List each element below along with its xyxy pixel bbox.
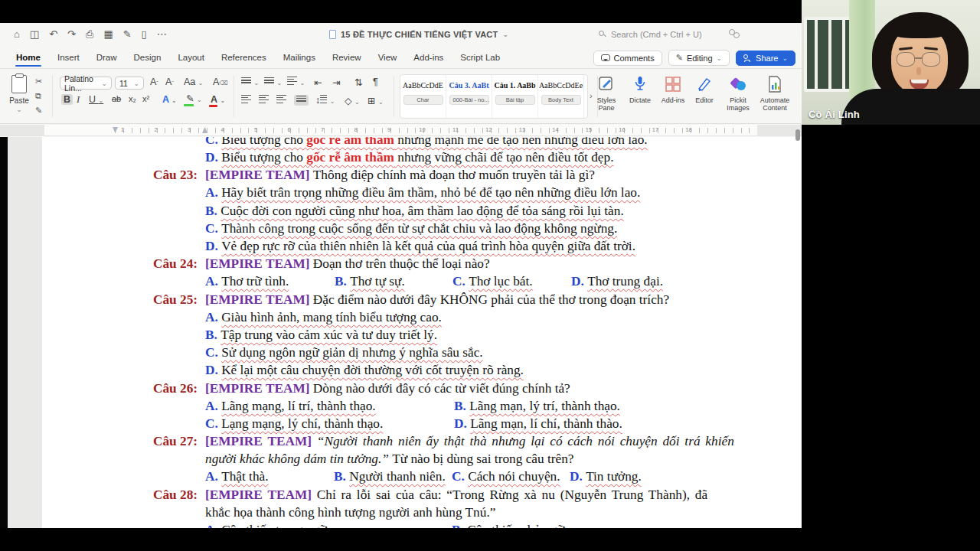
- ruler-number: 12: [485, 126, 492, 133]
- editing-mode-button[interactable]: ✎ Editing ⌄: [668, 50, 730, 66]
- document-title[interactable]: 15 ĐỀ THỰC CHIẾN TIẾNG VIỆT VACT ⌄: [329, 30, 508, 39]
- style-card[interactable]: Câu 3. AaBt000-Bài - no...: [446, 75, 492, 118]
- search-input[interactable]: Search (Cmd + Ctrl + U): [599, 30, 702, 39]
- chevron-down-icon: ⌄: [133, 80, 139, 87]
- font-name-select[interactable]: Palatino Lin... ⌄: [60, 77, 112, 90]
- redo-icon[interactable]: ↷: [67, 28, 76, 41]
- underline-button[interactable]: U ⌄: [89, 94, 103, 105]
- document-line: Câu 25:[EMPIRE TEAM] Đặc điểm nào dưới đ…: [42, 292, 802, 310]
- vertical-scrollbar-thumb[interactable]: [795, 129, 800, 141]
- text-segment: D.: [570, 469, 586, 484]
- tab-home[interactable]: Home: [8, 47, 49, 68]
- glasses-lens: [897, 52, 915, 67]
- clipboard-icon: [11, 75, 27, 93]
- bold-button[interactable]: B: [61, 94, 73, 105]
- text-segment: [EMPIRE TEAM]: [205, 381, 313, 396]
- tab-design[interactable]: Design: [126, 47, 170, 68]
- tab-layout[interactable]: Layout: [169, 47, 213, 68]
- decrease-indent-button[interactable]: ⇤: [314, 77, 322, 88]
- text-cell: Câu 25:: [153, 292, 198, 308]
- home-icon[interactable]: ⌂: [14, 28, 20, 41]
- text-cell: Câu 23:: [153, 168, 198, 183]
- text-segment: Giàu hình ảnh, mang tính biểu tượng cao.: [221, 310, 442, 324]
- text-cell: B. Thơ tự sự.: [335, 274, 405, 289]
- text-cell: C. Sử dụng ngôn ngữ giản dị nhưng ý nghĩ…: [205, 345, 483, 360]
- ruler-number: 15: [586, 126, 592, 133]
- show-paragraph-marks-button[interactable]: ¶: [373, 77, 378, 87]
- text-segment: Biểu tượng cho: [221, 137, 306, 147]
- editor-button[interactable]: Editor: [686, 74, 723, 104]
- styles-pane-button[interactable]: Styles Pane: [588, 74, 625, 112]
- align-right-button[interactable]: [276, 95, 286, 106]
- tab-script-lab[interactable]: Script Lab: [452, 47, 508, 68]
- subscript-button[interactable]: x₂: [129, 94, 136, 103]
- ruler[interactable]: 123456789101112131415161718: [0, 125, 802, 136]
- grow-font-button[interactable]: Aˆ: [150, 77, 158, 87]
- clear-formatting-button[interactable]: A⌫: [213, 77, 228, 87]
- pickit-images-button[interactable]: Pickit Images: [720, 74, 756, 112]
- print-icon[interactable]: ⎙: [86, 28, 93, 41]
- bullets-button[interactable]: ⌄: [241, 77, 259, 87]
- align-center-button[interactable]: [259, 95, 269, 106]
- document-line: A. Lãng mạng, lí trí, thành thạo.B. Lãng…: [42, 399, 802, 416]
- style-card[interactable]: AaBbCcDdEChar: [400, 75, 446, 118]
- save-icon[interactable]: ◫: [30, 28, 39, 41]
- share-icon: [743, 54, 752, 62]
- style-card[interactable]: Câu 1. AaBbBài tập: [492, 75, 538, 118]
- label: Automate Content: [760, 96, 790, 112]
- text-segment: Dòng nào dưới đây có các từ viết đúng ch…: [313, 381, 570, 396]
- automate-content-button[interactable]: Automate Content: [756, 74, 793, 112]
- change-case-button[interactable]: Aa ⌄: [184, 77, 203, 87]
- table-tools-icon[interactable]: ▦: [103, 28, 113, 41]
- numbering-button[interactable]: ⌄: [264, 77, 282, 87]
- format-painter-icon[interactable]: ✎: [123, 28, 132, 41]
- borders-button[interactable]: ⊞ ⌄: [368, 95, 384, 106]
- tab-draw[interactable]: Draw: [88, 47, 126, 68]
- tab-add-ins[interactable]: Add-ins: [405, 47, 452, 68]
- text-cell: C. Biểu tượng cho gốc rễ âm thầm nhưng m…: [205, 137, 648, 148]
- sort-button[interactable]: ⇅: [354, 77, 362, 88]
- format-painter-button[interactable]: ✎: [35, 106, 42, 116]
- font-color-button[interactable]: A ⌄: [211, 94, 225, 105]
- tab-insert[interactable]: Insert: [49, 47, 88, 68]
- text-segment: Câu thiếu trạng ngữ.: [221, 523, 330, 528]
- new-document-icon[interactable]: ▯: [142, 28, 147, 41]
- presence-icon[interactable]: [729, 29, 741, 40]
- line-spacing-button[interactable]: ↕ ⌄: [315, 95, 335, 106]
- strikethrough-button[interactable]: ab: [112, 94, 121, 103]
- shading-button[interactable]: ◇ ⌄: [345, 95, 360, 106]
- editor-icon: [686, 74, 723, 94]
- document-area[interactable]: C. Biểu tượng cho gốc rễ âm thầm nhưng m…: [0, 137, 802, 528]
- text-effects-button[interactable]: A ⌄: [162, 94, 177, 105]
- text-segment: D.: [205, 150, 221, 165]
- ruler-number: 4: [220, 126, 224, 133]
- document-page[interactable]: C. Biểu tượng cho gốc rễ âm thầm nhưng m…: [42, 137, 802, 528]
- document-line: A. Thơ trữ tình.B. Thơ tự sự.C. Thơ lục …: [42, 274, 802, 292]
- dictate-button[interactable]: Dictate: [622, 74, 658, 104]
- align-left-button[interactable]: [241, 95, 251, 106]
- text-segment: A.: [205, 185, 221, 200]
- tab-view[interactable]: View: [370, 47, 406, 68]
- document-line: C. Thành công trong cuộc sống đến từ sự …: [42, 221, 802, 239]
- paste-button[interactable]: Paste ⌄: [6, 75, 32, 113]
- share-button[interactable]: Share ⌄: [736, 51, 795, 66]
- tab-review[interactable]: Review: [324, 47, 370, 68]
- highlight-color-button[interactable]: ✎ ⌄: [186, 93, 202, 104]
- copy-button[interactable]: ⧉: [35, 91, 42, 101]
- undo-icon[interactable]: ↶: [49, 28, 57, 41]
- multilevel-list-button[interactable]: ⌄: [287, 77, 305, 87]
- document-line: A. Thật thà.B. Người thanh niên.C. Cách …: [42, 469, 802, 487]
- font-size-select[interactable]: 11 ⌄: [115, 77, 144, 90]
- superscript-button[interactable]: x²: [142, 94, 149, 103]
- increase-indent-button[interactable]: ⇥: [332, 77, 340, 88]
- tab-mailings[interactable]: Mailings: [275, 47, 324, 68]
- comments-button[interactable]: Comments: [593, 51, 662, 66]
- shrink-font-button[interactable]: Aˇ: [165, 77, 174, 87]
- style-card[interactable]: AaBbCcDdEeBody Text: [538, 75, 584, 118]
- justify-button[interactable]: [294, 95, 309, 106]
- more-commands-icon[interactable]: ⋯: [157, 28, 167, 41]
- cut-button[interactable]: ✂: [35, 77, 42, 86]
- text-segment: Thơ tự sự.: [350, 274, 405, 289]
- tab-references[interactable]: References: [213, 47, 275, 68]
- italic-button[interactable]: I: [77, 94, 80, 106]
